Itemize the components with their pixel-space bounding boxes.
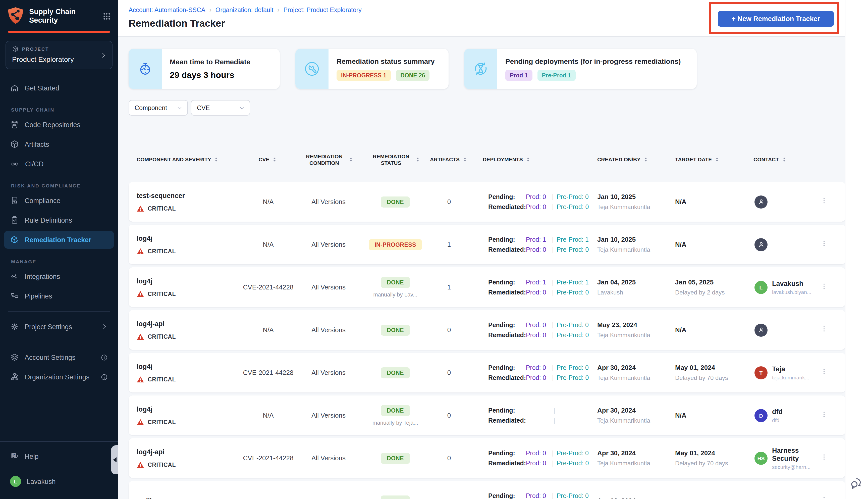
deployment-preprod-link[interactable]: Pre-Prod: 0 <box>557 320 589 330</box>
new-remediation-tracker-button[interactable]: + New Remediation Tracker <box>718 11 834 27</box>
column-header-remediation-status[interactable]: REMEDIATION STATUS <box>360 153 431 166</box>
breadcrumb-link[interactable]: Account: Automation-SSCA <box>128 7 206 14</box>
column-header-remediation-condition[interactable]: REMEDIATION CONDITION <box>297 153 360 166</box>
sidebar-item-user[interactable]: L Lavakush <box>4 472 114 490</box>
contact-avatar[interactable] <box>755 238 768 251</box>
sidebar-item-ci-cd[interactable]: CI/CD <box>4 155 114 173</box>
column-header-contact[interactable]: CONTACT <box>745 156 815 163</box>
row-menu-button[interactable] <box>820 325 828 335</box>
sidebar-collapse-handle[interactable] <box>111 445 118 474</box>
contact-avatar[interactable]: L <box>755 281 768 294</box>
sidebar-item-rule-definitions[interactable]: Rule Definitions <box>4 211 114 229</box>
sidebar-item-organization-settings[interactable]: Organization Settings <box>4 368 114 386</box>
table-row[interactable]: log4jCRITICALN/AAll VersionsIN-PROGRESS1… <box>128 224 845 264</box>
table-row[interactable]: log4jCRITICALN/AAll VersionsDONEmanually… <box>128 395 845 435</box>
row-menu-button[interactable] <box>820 411 828 420</box>
summary-card: Pending deployments (for in-progress rem… <box>464 49 697 89</box>
table-row[interactable]: test-sequencerCRITICALN/AAll VersionsDON… <box>128 182 845 222</box>
row-menu-button[interactable] <box>820 240 828 249</box>
created-by: Teja Kummarikuntla <box>597 417 670 424</box>
deployment-preprod-link[interactable]: Pre-Prod: 0 <box>557 330 589 340</box>
contact-avatar[interactable] <box>755 195 768 208</box>
sidebar-item-artifacts[interactable]: Artifacts <box>4 135 114 153</box>
deployment-preprod-link[interactable]: Pre-Prod: 0 <box>557 287 589 297</box>
sidebar-item-pipelines[interactable]: Pipelines <box>4 287 114 305</box>
deployment-preprod-link[interactable]: Pre-Prod: 0 <box>557 448 589 458</box>
table-row[interactable]: log4jCRITICALCVE-2021-44228All VersionsD… <box>128 267 845 307</box>
cell-created-on-by: Apr 08, 2024 <box>589 497 670 499</box>
column-header-cve[interactable]: CVE <box>239 156 297 163</box>
column-header-created-on-by[interactable]: CREATED ON/BY <box>589 156 670 163</box>
contact-avatar[interactable]: D <box>755 409 768 422</box>
status-badge[interactable]: IN-PROGRESS 1 <box>337 70 391 81</box>
status-badge[interactable]: Prod 1 <box>505 70 532 81</box>
sidebar-item-code-repositories[interactable]: Code Repositories <box>4 115 114 134</box>
deployment-prod-link[interactable]: Prod: 0 <box>526 491 549 499</box>
deployment-preprod-link[interactable]: Pre-Prod: 0 <box>557 192 589 202</box>
sidebar-item-remediation-tracker[interactable]: Remediation Tracker <box>4 231 114 249</box>
project-selector[interactable]: PROJECT Product Exploratory <box>5 41 112 69</box>
filter-select-cve[interactable]: CVE <box>191 100 250 115</box>
deployment-prod-link[interactable]: Prod: 0 <box>526 320 549 330</box>
deployment-prod-link[interactable]: Prod: 0 <box>526 192 549 202</box>
deployment-prod-link[interactable]: Prod: 1 <box>526 234 549 244</box>
filter-select-component[interactable]: Component <box>128 100 188 115</box>
table-row[interactable]: xz-libsDONEPending:Prod: 0|Pre-Prod: 0Re… <box>128 481 845 499</box>
deployment-prod-link[interactable]: Prod: 1 <box>526 277 549 287</box>
row-menu-button[interactable] <box>820 197 828 207</box>
sidebar-item-account-settings[interactable]: Account Settings <box>4 348 114 366</box>
contact-text: Harness Securitysecurity@harn... <box>772 447 815 470</box>
deployment-prod-link[interactable]: Prod: 0 <box>526 287 549 297</box>
table-row[interactable]: log4j-apiCRITICALN/AAll VersionsDONE0Pen… <box>128 310 845 350</box>
warning-triangle-icon <box>137 333 144 340</box>
deployment-divider: | <box>554 405 555 415</box>
deployment-prod-link[interactable]: Prod: 0 <box>526 202 549 212</box>
table-row[interactable]: log4jCRITICALCVE-2021-44228All VersionsD… <box>128 353 845 392</box>
row-menu-button[interactable] <box>820 368 828 377</box>
row-menu-button[interactable] <box>820 282 828 292</box>
sidebar-item-help[interactable]: ? Help <box>4 447 114 465</box>
row-menu-button[interactable] <box>820 453 828 463</box>
sidebar-item-compliance[interactable]: Compliance <box>4 192 114 209</box>
contact-avatar[interactable]: HS <box>755 451 768 465</box>
support-chat-icon[interactable] <box>850 476 863 490</box>
table-row[interactable]: log4j-apiCRITICALCVE-2021-44228All Versi… <box>128 438 845 478</box>
cell-deployments: Pending:Prod: 0|Pre-Prod: 0Remediated:Pr… <box>467 192 589 212</box>
column-header-artifacts[interactable]: ARTIFACTS <box>431 156 467 163</box>
deployment-prod-link[interactable]: Prod: 0 <box>526 244 549 255</box>
deployment-preprod-link[interactable]: Pre-Prod: 0 <box>557 373 589 383</box>
remediation-status-badge: DONE <box>381 452 410 464</box>
cell-created-on-by: May 23, 2024Teja Kummarikuntla <box>589 321 670 339</box>
deployment-preprod-link[interactable]: Pre-Prod: 1 <box>557 234 589 244</box>
column-header-target-date[interactable]: TARGET DATE <box>670 156 745 163</box>
column-header-deployments[interactable]: DEPLOYMENTS <box>467 156 589 163</box>
breadcrumb-link[interactable]: Project: Product Exploratory <box>283 7 361 14</box>
row-menu-button[interactable] <box>820 496 828 499</box>
breadcrumb-link[interactable]: Organization: default <box>215 7 273 14</box>
deployment-prod-link[interactable]: Prod: 0 <box>526 448 549 458</box>
sidebar-item-label: Account Settings <box>25 354 95 361</box>
apps-grid-icon[interactable] <box>102 12 111 20</box>
severity-label: CRITICAL <box>148 291 176 297</box>
sidebar-item-integrations[interactable]: Integrations <box>4 267 114 285</box>
status-badge[interactable]: Pre-Prod 1 <box>537 70 576 81</box>
contact-avatar[interactable]: T <box>755 366 768 379</box>
contact-avatar[interactable] <box>755 324 768 337</box>
deployment-prod-link[interactable]: Prod: 0 <box>526 458 549 468</box>
deployment-preprod-link[interactable]: Pre-Prod: 0 <box>557 363 589 373</box>
deployment-prod-link[interactable]: Prod: 0 <box>526 363 549 373</box>
sidebar-item-get-started[interactable]: Get Started <box>4 79 114 97</box>
kebab-icon <box>820 282 828 290</box>
cell-remediation-status: DONE <box>360 367 431 378</box>
sidebar-item-project-settings[interactable]: Project Settings <box>4 318 114 336</box>
deployment-prod-link[interactable]: Prod: 0 <box>526 373 549 383</box>
status-badge[interactable]: DONE 26 <box>396 70 430 81</box>
deployment-prod-link[interactable]: Prod: 0 <box>526 330 549 340</box>
deployment-preprod-link[interactable]: Pre-Prod: 0 <box>557 244 589 255</box>
deployment-preprod-link[interactable]: Pre-Prod: 0 <box>557 491 589 499</box>
created-by: Teja Kummarikuntla <box>597 204 670 210</box>
deployment-preprod-link[interactable]: Pre-Prod: 1 <box>557 277 589 287</box>
deployment-preprod-link[interactable]: Pre-Prod: 0 <box>557 458 589 468</box>
deployment-preprod-link[interactable]: Pre-Prod: 0 <box>557 202 589 212</box>
column-header-component-and-severity[interactable]: COMPONENT AND SEVERITY <box>137 156 239 163</box>
